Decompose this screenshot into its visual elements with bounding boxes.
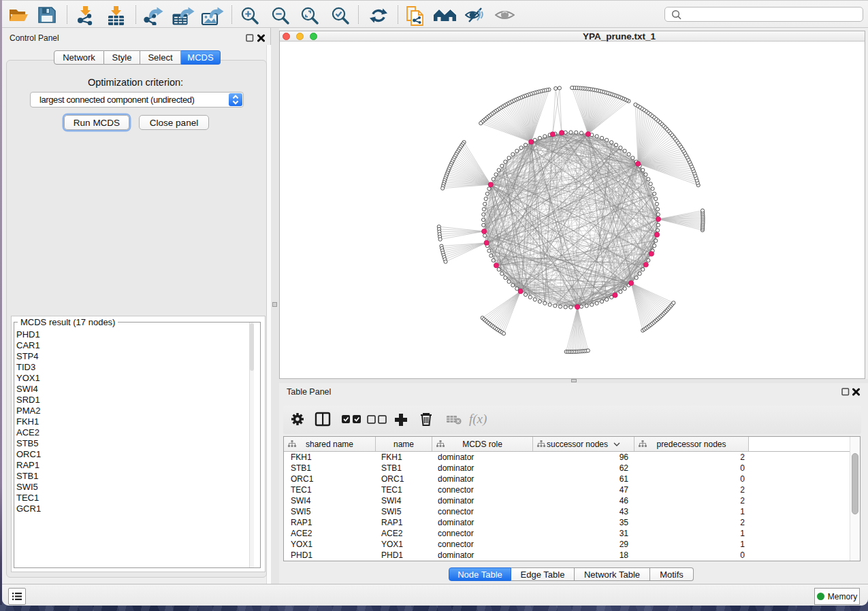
svg-text:f(x): f(x) xyxy=(469,412,487,427)
